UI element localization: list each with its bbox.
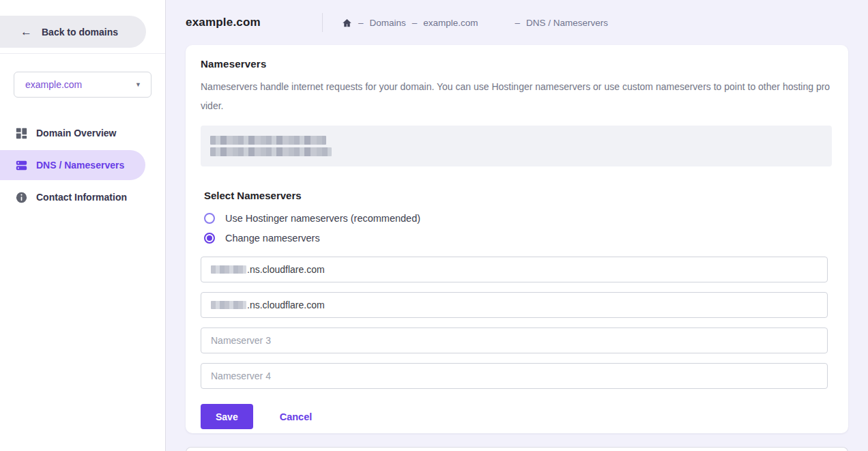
card-description: Nameservers handle internet requests for… [201,77,832,115]
main-content: example.com – Domains – example.com – DN… [166,0,868,451]
current-nameservers-box [201,126,832,166]
radio-label: Use Hostinger nameservers (recommended) [225,213,420,224]
nameserver-1-input[interactable]: .ns.cloudflare.com [201,257,828,282]
cancel-button[interactable]: Cancel [280,411,313,422]
page-header: example.com – Domains – example.com – DN… [186,0,848,45]
info-icon [15,191,27,203]
breadcrumb-separator: – [515,18,521,28]
radio-change-nameservers[interactable]: Change nameservers [204,233,832,244]
dashboard-icon [15,127,27,139]
nameserver-2-input[interactable]: .ns.cloudflare.com [201,292,828,318]
home-icon[interactable] [342,18,352,28]
radio-label: Change nameservers [225,233,320,244]
servers-icon [15,159,27,171]
arrow-left-icon: ← [20,26,32,38]
chevron-down-icon: ▼ [135,81,141,88]
breadcrumb-item-domain[interactable]: example.com [423,18,478,28]
page-title: example.com [186,16,261,29]
sidebar-item-domain-overview[interactable]: Domain Overview [0,118,166,148]
nameserver-1-value: .ns.cloudflare.com [247,264,325,275]
breadcrumb: – Domains – example.com – DNS / Nameserv… [342,18,608,28]
save-button[interactable]: Save [201,404,253,429]
back-to-domains-label: Back to domains [42,27,118,38]
nameserver-inputs: .ns.cloudflare.com .ns.cloudflare.com [201,257,832,389]
radio-icon [204,213,215,224]
sidebar-item-label: DNS / Nameservers [36,160,124,171]
next-card-peek [186,447,848,451]
nameserver-4-input[interactable] [201,363,828,389]
breadcrumb-item-current: DNS / Nameservers [526,18,608,28]
radio-hostinger-nameservers[interactable]: Use Hostinger nameservers (recommended) [204,213,832,224]
card-title: Nameservers [201,58,832,70]
redacted-nameserver-line [210,136,326,145]
sidebar-nav: Domain Overview DNS / Nameservers [0,118,165,212]
back-to-domains-button[interactable]: ← Back to domains [0,16,146,48]
redacted-prefix [211,301,246,309]
sidebar-item-dns-nameservers[interactable]: DNS / Nameservers [0,150,145,180]
header-divider [322,13,323,32]
nameservers-card: Nameservers Nameservers handle internet … [186,45,848,433]
domain-select-value: example.com [25,79,82,90]
nameserver-2-value: .ns.cloudflare.com [247,300,325,310]
redacted-nameserver-line [210,147,332,156]
sidebar-divider [0,53,165,54]
nameserver-3-input[interactable] [201,328,828,353]
radio-selected-icon [204,233,215,244]
select-nameservers-title: Select Nameservers [204,190,832,201]
breadcrumb-separator: – [412,18,418,28]
redacted-prefix [211,265,246,274]
breadcrumb-separator: – [358,18,364,28]
sidebar-item-contact-information[interactable]: Contact Information [0,182,166,212]
domain-select[interactable]: example.com ▼ [14,72,151,98]
sidebar-item-label: Contact Information [36,192,127,203]
nameserver-radio-group: Use Hostinger nameservers (recommended) … [204,213,832,244]
breadcrumb-item-domains[interactable]: Domains [369,18,405,28]
form-actions: Save Cancel [201,404,832,429]
sidebar-item-label: Domain Overview [36,128,117,139]
sidebar: ← Back to domains example.com ▼ Domain O… [0,0,166,451]
